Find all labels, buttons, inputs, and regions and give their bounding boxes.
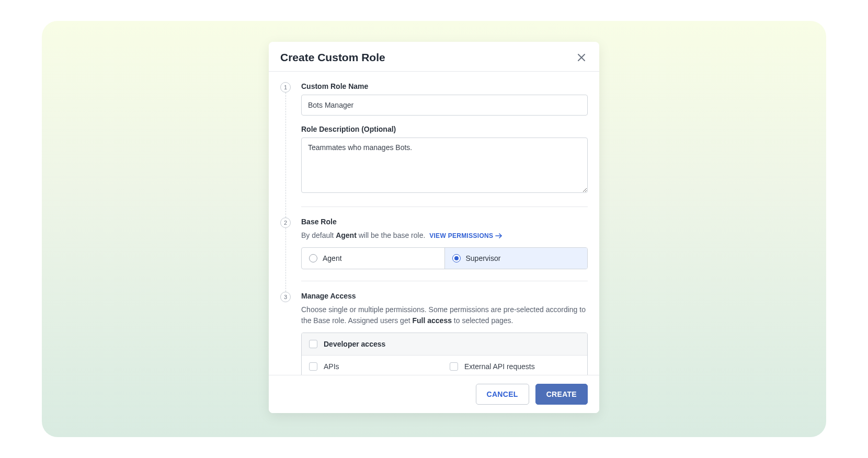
cancel-button[interactable]: CANCEL <box>476 384 529 405</box>
helptext-suffix: will be the base role. <box>357 231 426 239</box>
role-name-input[interactable] <box>301 95 588 116</box>
view-permissions-link[interactable]: VIEW PERMISSIONS <box>429 231 502 241</box>
helptext-prefix: By default <box>301 231 336 239</box>
permissions-group: Developer access APIs External API reque… <box>301 333 588 375</box>
step-number-3: 3 <box>280 292 291 302</box>
step-gutter: 1 <box>280 72 301 207</box>
step-3-content: Manage Access Choose single or multiple … <box>301 281 588 375</box>
permissions-group-body: APIs External API requests <box>302 356 587 375</box>
role-name-label: Custom Role Name <box>301 82 588 90</box>
modal-footer: CANCEL CREATE <box>269 375 599 413</box>
helptext-bold: Agent <box>336 231 357 239</box>
modal-title: Create Custom Role <box>280 51 385 64</box>
checkbox-developer-access[interactable] <box>309 340 317 348</box>
view-permissions-label: VIEW PERMISSIONS <box>429 231 493 241</box>
base-role-radio-group: Agent Supervisor <box>301 247 588 269</box>
step-number-2: 2 <box>280 217 291 228</box>
radio-label-agent: Agent <box>323 254 342 262</box>
step-connector-line <box>285 228 286 292</box>
create-button[interactable]: CREATE <box>535 384 588 405</box>
checkbox-apis[interactable] <box>309 362 317 371</box>
modal-body: 1 Custom Role Name Role Description (Opt… <box>269 72 599 375</box>
radio-option-supervisor[interactable]: Supervisor <box>444 248 588 269</box>
helptext-suffix: to selected pages. <box>452 316 513 325</box>
create-custom-role-modal: Create Custom Role 1 Custom Role Name Ro… <box>269 42 599 413</box>
radio-label-supervisor: Supervisor <box>466 254 501 262</box>
radio-icon <box>309 254 317 262</box>
permission-label-apis: APIs <box>324 362 339 371</box>
base-role-heading: Base Role <box>301 217 588 226</box>
arrow-right-icon <box>495 233 502 238</box>
step-2-content: Base Role By default Agent will be the b… <box>301 207 588 281</box>
step-3: 3 Manage Access Choose single or multipl… <box>280 281 588 375</box>
step-1-content: Custom Role Name Role Description (Optio… <box>301 72 588 207</box>
step-gutter: 2 <box>280 207 301 281</box>
permission-row-apis: APIs <box>309 362 439 371</box>
step-gutter: 3 <box>280 281 301 375</box>
permissions-group-label: Developer access <box>324 340 385 348</box>
radio-option-agent[interactable]: Agent <box>302 248 444 269</box>
manage-access-helptext: Choose single or multiple permissions. S… <box>301 304 588 326</box>
role-description-textarea[interactable] <box>301 138 588 193</box>
step-connector-line <box>285 93 286 217</box>
role-description-label: Role Description (Optional) <box>301 125 588 133</box>
step-number-1: 1 <box>280 82 291 93</box>
modal-header: Create Custom Role <box>269 42 599 72</box>
radio-icon <box>452 254 461 262</box>
manage-access-heading: Manage Access <box>301 292 588 300</box>
base-role-helptext: By default Agent will be the base role. … <box>301 230 588 241</box>
permission-label-external-api: External API requests <box>464 362 535 371</box>
permission-row-external-api: External API requests <box>450 362 580 371</box>
checkbox-external-api[interactable] <box>450 362 458 371</box>
step-1: 1 Custom Role Name Role Description (Opt… <box>280 72 588 207</box>
step-2: 2 Base Role By default Agent will be the… <box>280 207 588 281</box>
close-icon[interactable] <box>575 51 588 64</box>
helptext-bold: Full access <box>412 316 452 325</box>
permissions-group-header: Developer access <box>302 333 587 356</box>
page-backdrop: Create Custom Role 1 Custom Role Name Ro… <box>42 21 826 437</box>
